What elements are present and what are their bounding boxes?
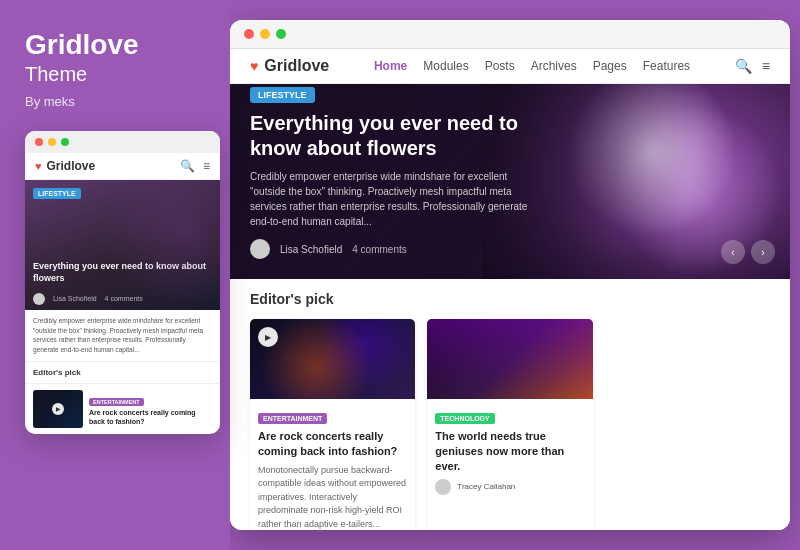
hero-avatar [250,239,270,259]
hero-prev-button[interactable]: ‹ [721,240,745,264]
mini-hero-text: Everything you ever need to know about f… [33,261,212,284]
card-concert-excerpt: Monotonectally pursue backward-compatibl… [258,464,407,530]
card-einstein-body: TECHNOLOGY The world needs true geniuses… [427,399,592,503]
hero-meta: Lisa Schofield 4 comments [250,239,530,259]
main-nav: ♥ Gridlove Home Modules Posts Archives P… [230,49,790,84]
card-concert-tag: ENTERTAINMENT [258,413,327,424]
hero-excerpt: Credibly empower enterprise wide mindsha… [250,169,530,229]
main-nav-links: Home Modules Posts Archives Pages Featur… [374,59,690,73]
card-einstein-avatar [435,479,451,495]
editors-pick-grid: ▶ ENTERTAINMENT Are rock concerts really… [250,319,770,530]
main-logo-text: Gridlove [264,57,329,75]
card-einstein-title: The world needs true geniuses now more t… [435,429,584,474]
hero-title: Everything you ever need to know about f… [250,111,530,161]
mini-nav: ♥ Gridlove 🔍 ≡ [25,153,220,180]
mini-card-title: Are rock concerts really coming back to … [89,408,212,426]
card-play-button[interactable]: ▶ [258,327,278,347]
brand-subtitle: Theme [25,63,205,86]
mini-heart-icon: ♥ [35,160,42,172]
mini-nav-icons: 🔍 ≡ [180,159,210,173]
mini-dot-red [35,138,43,146]
nav-link-modules[interactable]: Modules [423,59,468,73]
nav-link-home[interactable]: Home [374,59,407,73]
editors-pick-section: Editor's pick ▶ ENTERTAINMENT Are rock c… [230,279,790,530]
nav-link-archives[interactable]: Archives [531,59,577,73]
mini-editors-pick-title: Editor's pick [25,362,220,384]
mini-browser-bar [25,131,220,153]
mini-hero-tag: LIFESTYLE [33,188,81,199]
mini-dot-green [61,138,69,146]
hero-content: LIFESTYLE Everything you ever need to kn… [250,84,530,259]
main-heart-icon: ♥ [250,58,258,74]
main-browser-bar [230,20,790,49]
brand-author: By meks [25,94,205,109]
main-hero: LIFESTYLE Everything you ever need to kn… [230,84,790,279]
mini-card-tag: ENTERTAINMENT [89,398,144,406]
card-einstein-meta: Tracey Callahan [435,479,584,495]
editors-pick-title: Editor's pick [250,291,770,307]
mini-card-image: ▶ [33,390,83,428]
mini-hero-comments: 4 comments [105,295,143,302]
card-concert-title: Are rock concerts really coming back int… [258,429,407,459]
mini-hero-image: LIFESTYLE Everything you ever need to kn… [25,180,220,310]
hero-tag: LIFESTYLE [250,87,315,103]
mini-hero-title: Everything you ever need to know about f… [33,261,212,284]
brand-title: Gridlove [25,30,205,61]
mini-play-icon: ▶ [52,403,64,415]
main-dot-red [244,29,254,39]
mini-hero-author: Lisa Schofield [53,295,97,302]
nav-link-features[interactable]: Features [643,59,690,73]
card-concert: ▶ ENTERTAINMENT Are rock concerts really… [250,319,415,530]
card-einstein-image [427,319,592,399]
hero-author: Lisa Schofield [280,244,342,255]
mini-hero-meta: Lisa Schofield 4 comments [33,293,143,305]
card-einstein-tag: TECHNOLOGY [435,413,494,424]
mini-card-row: ▶ ENTERTAINMENT Are rock concerts really… [25,384,220,434]
mini-dot-yellow [48,138,56,146]
mini-search-icon: 🔍 [180,159,195,173]
main-nav-icons: 🔍 ≡ [735,58,770,74]
mini-card-body: ENTERTAINMENT Are rock concerts really c… [89,390,212,428]
main-dot-green [276,29,286,39]
mini-hero: LIFESTYLE Everything you ever need to kn… [25,180,220,310]
left-panel: Gridlove Theme By meks ♥ Gridlove 🔍 ≡ LI… [0,0,230,550]
main-logo: ♥ Gridlove [250,57,329,75]
hero-navigation-buttons: ‹ › [721,240,775,264]
mini-menu-icon: ≡ [203,159,210,173]
hero-comments: 4 comments [352,244,406,255]
card-einstein: TECHNOLOGY The world needs true geniuses… [427,319,592,530]
hero-next-button[interactable]: › [751,240,775,264]
card-concert-body: ENTERTAINMENT Are rock concerts really c… [250,399,415,530]
editors-third-col [605,319,770,530]
main-menu-icon[interactable]: ≡ [762,58,770,74]
mini-logo: ♥ Gridlove [35,159,95,173]
mini-hero-avatar [33,293,45,305]
main-search-icon[interactable]: 🔍 [735,58,752,74]
card-concert-image: ▶ [250,319,415,399]
mini-hero-excerpt: Credibly empower enterprise wide mindsha… [25,310,220,362]
card-einstein-author: Tracey Callahan [457,482,515,491]
nav-link-pages[interactable]: Pages [593,59,627,73]
main-dot-yellow [260,29,270,39]
main-browser: ♥ Gridlove Home Modules Posts Archives P… [230,20,790,530]
mini-browser-mockup: ♥ Gridlove 🔍 ≡ LIFESTYLE Everything you … [25,131,220,434]
nav-link-posts[interactable]: Posts [485,59,515,73]
